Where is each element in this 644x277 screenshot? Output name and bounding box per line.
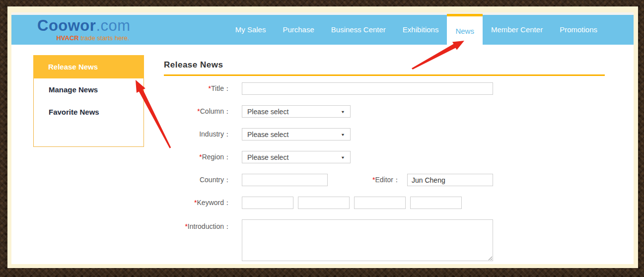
logo-tagline-brand: HVACR <box>56 34 78 42</box>
nav-item-member-center[interactable]: Member Center <box>483 15 551 45</box>
form-row-industry: Industry： Please select ▼ <box>164 128 605 140</box>
nav-item-my-sales[interactable]: My Sales <box>227 15 275 45</box>
release-news-form: *Title： *Column： Please select ▼ Industr… <box>164 82 605 261</box>
region-select[interactable]: Please select ▼ <box>242 151 351 163</box>
main-nav: My Sales Purchase Business Center Exhibi… <box>227 15 606 45</box>
form-row-country-editor: Country： *Editor： <box>164 174 605 186</box>
logo[interactable]: Coowor.com HVACR trade starts here. <box>37 18 131 41</box>
sidebar-item-manage-news[interactable]: Manage News <box>34 78 143 101</box>
nav-item-business-center[interactable]: Business Center <box>323 15 394 45</box>
page: Coowor.com HVACR trade starts here. My S… <box>11 12 634 264</box>
sidebar-item-release-news[interactable]: Release News <box>33 55 144 78</box>
page-frame: Coowor.com HVACR trade starts here. My S… <box>7 6 638 268</box>
logo-wordmark: Coowor.com <box>37 18 131 33</box>
region-select-value: Please select <box>247 153 288 161</box>
industry-select-value: Please select <box>247 131 288 138</box>
column-select[interactable]: Please select ▼ <box>242 105 351 118</box>
country-label: Country： <box>164 174 231 186</box>
title-label: *Title： <box>164 82 231 95</box>
main-content: Release News *Title： *Column： Please sel… <box>164 60 605 272</box>
nav-item-exhibitions[interactable]: Exhibitions <box>394 15 447 45</box>
nav-item-purchase[interactable]: Purchase <box>274 15 322 45</box>
industry-select[interactable]: Please select ▼ <box>242 128 351 140</box>
column-label: *Column： <box>164 105 231 118</box>
region-label: *Region： <box>164 151 231 163</box>
column-select-value: Please select <box>247 108 288 116</box>
form-row-introduction: *Introduction： <box>164 219 605 261</box>
logo-name: Coowor <box>37 17 96 34</box>
industry-label: Industry： <box>164 128 231 140</box>
keyword-label: *Keyword： <box>164 197 231 209</box>
title-input[interactable] <box>242 82 493 95</box>
form-row-region: *Region： Please select ▼ <box>164 151 605 163</box>
editor-input[interactable] <box>407 174 493 186</box>
keyword-input-2[interactable] <box>298 197 350 209</box>
logo-tagline: HVACR trade starts here. <box>37 35 131 41</box>
country-input[interactable] <box>242 174 328 186</box>
nav-item-promotions[interactable]: Promotions <box>551 15 606 45</box>
header: Coowor.com HVACR trade starts here. My S… <box>11 15 634 45</box>
sidebar: Release News Manage News Favorite News <box>33 55 144 147</box>
introduction-label: *Introduction： <box>164 219 231 231</box>
nav-item-news[interactable]: News <box>447 14 483 47</box>
chevron-down-icon: ▼ <box>341 132 345 137</box>
page-title: Release News <box>164 60 605 70</box>
keyword-input-1[interactable] <box>242 197 293 209</box>
heading-rule <box>164 74 605 76</box>
logo-tld: .com <box>96 17 130 34</box>
form-row-column: *Column： Please select ▼ <box>164 105 605 118</box>
chevron-down-icon: ▼ <box>341 109 345 114</box>
chevron-down-icon: ▼ <box>341 155 345 159</box>
editor-label: *Editor： <box>328 174 400 186</box>
logo-tagline-rest: trade starts here. <box>79 34 130 42</box>
introduction-textarea[interactable] <box>242 219 493 261</box>
form-row-title: *Title： <box>164 82 605 95</box>
sidebar-item-favorite-news[interactable]: Favorite News <box>34 101 143 123</box>
form-row-keyword: *Keyword： <box>164 197 605 209</box>
keyword-input-3[interactable] <box>354 197 406 209</box>
keyword-input-4[interactable] <box>410 197 462 209</box>
